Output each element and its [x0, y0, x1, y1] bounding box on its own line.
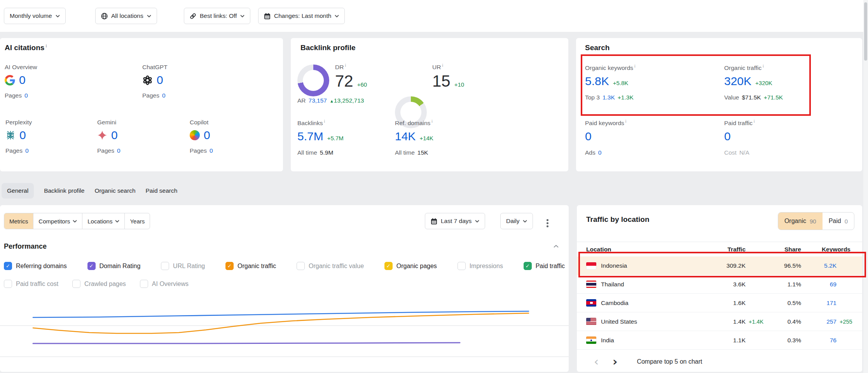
chevron-down-icon [240, 15, 245, 17]
toggle-paid[interactable]: Paid 0 [823, 213, 854, 230]
country-name: United States [601, 318, 637, 325]
locations-dropdown[interactable]: All locations [95, 8, 157, 24]
backlink-profile-title: Backlink profile [300, 44, 356, 52]
col-header-keywords[interactable]: Keywords [801, 246, 851, 253]
up-triangle-icon: ▲ [330, 99, 334, 103]
metric-label: ChatGPT [142, 64, 168, 71]
ar-value-link[interactable]: 73,157 [309, 97, 327, 104]
dr-donut-chart [297, 64, 329, 96]
checkbox-icon[interactable]: ✓ [524, 262, 532, 270]
chart-line-organic-traffic [33, 313, 529, 333]
checkbox-icon[interactable]: ✓ [4, 262, 12, 270]
traffic-by-location-title: Traffic by location [586, 215, 650, 224]
chart-view-segmented-control: Metrics Competitors Locations Years [4, 213, 150, 229]
dr-value: 72 [335, 73, 353, 89]
checkbox-icon[interactable] [140, 280, 148, 288]
metric-checkbox-paid-traffic-cost[interactable]: Paid traffic cost [4, 280, 58, 288]
checkbox-icon[interactable]: ✓ [384, 262, 393, 270]
segment-years[interactable]: Years [124, 213, 150, 229]
keywords-cell[interactable]: 76 [801, 337, 837, 344]
performance-heading: Performance [4, 242, 47, 251]
tab-backlink-profile[interactable]: Backlink profile [44, 187, 84, 194]
organic-keywords-value[interactable]: 5.8K [585, 75, 609, 87]
ref-domains-value[interactable]: 14K [395, 131, 416, 142]
copilot-icon [190, 130, 200, 140]
paid-traffic-metric: Paid traffic 0 Cost N/A [724, 119, 754, 156]
ads-count-link[interactable]: 0 [598, 149, 602, 156]
organic-traffic-delta: +320K [755, 80, 772, 86]
col-header-share[interactable]: Share [746, 246, 801, 253]
ur-delta: +10 [454, 81, 464, 88]
more-options-kebab-menu[interactable] [544, 216, 551, 230]
info-icon [754, 119, 754, 124]
metric-checkbox-organic-pages[interactable]: ✓Organic pages [384, 262, 437, 270]
checkbox-icon[interactable] [297, 262, 305, 270]
organic-traffic-value[interactable]: 320K [724, 75, 751, 87]
volume-dropdown[interactable]: Monthly volume [4, 8, 66, 24]
next-page-arrow[interactable]: › [613, 356, 617, 368]
pages-count-link[interactable]: 0 [25, 147, 29, 154]
globe-icon [101, 13, 108, 19]
page-scrollbar[interactable] [863, 0, 868, 373]
pages-count-link[interactable]: 0 [210, 147, 213, 154]
table-row-india[interactable]: India 1.1K 0.3% 76 [577, 331, 862, 350]
best-links-dropdown[interactable]: Best links: Off [184, 8, 250, 24]
tab-general[interactable]: General [2, 183, 34, 199]
segment-competitors[interactable]: Competitors [33, 213, 82, 229]
pages-count-link[interactable]: 0 [162, 92, 166, 99]
metric-checkbox-organic-traffic[interactable]: ✓Organic traffic [225, 262, 276, 270]
backlinks-value[interactable]: 5.7M [297, 131, 323, 142]
chevron-down-icon [73, 220, 77, 223]
ref-domains-metric: Ref. domains 14K +14K All time15K [395, 119, 433, 156]
metric-checkbox-paid-traffic[interactable]: ✓Paid traffic [524, 262, 565, 270]
changes-dropdown[interactable]: Changes: Last month [258, 8, 345, 24]
checkbox-icon[interactable] [161, 262, 169, 270]
cost-value: N/A [739, 149, 749, 156]
table-row-indonesia[interactable]: Indonesia 309.2K 96.5% 5.2K [577, 256, 862, 275]
tab-organic-search[interactable]: Organic search [94, 187, 135, 194]
tab-paid-search[interactable]: Paid search [146, 187, 178, 194]
top3-delta: +1.3K [618, 94, 634, 101]
keywords-cell[interactable]: 257+255 [801, 318, 837, 325]
checkbox-icon[interactable] [4, 280, 12, 288]
info-icon [431, 119, 432, 124]
table-row-thailand[interactable]: Thailand 3.6K 1.1% 69 [577, 275, 862, 294]
organic-traffic-metric: Organic traffic 320K +320K Value $71.5K … [724, 64, 783, 101]
scrollbar-thumb[interactable] [864, 2, 867, 61]
metric-checkbox-organic-traffic-value[interactable]: Organic traffic value [297, 262, 364, 270]
chevron-down-icon [56, 15, 60, 17]
col-header-location[interactable]: Location [586, 246, 690, 253]
compare-top5-label[interactable]: Compare top 5 on chart [637, 358, 702, 365]
keywords-cell[interactable]: 69 [801, 281, 837, 288]
metric-checkbox-domain-rating[interactable]: ✓Domain Rating [87, 262, 141, 270]
top3-value-link[interactable]: 1.3K [603, 94, 615, 101]
prev-page-arrow[interactable]: ‹ [594, 356, 599, 368]
toggle-organic[interactable]: Organic 90 [778, 213, 823, 230]
metric-checkbox-impressions[interactable]: Impressions [458, 262, 503, 270]
date-range-dropdown[interactable]: Last 7 days [425, 213, 485, 229]
metric-checkbox-crawled-pages[interactable]: Crawled pages [72, 280, 126, 288]
checkbox-icon[interactable]: ✓ [87, 262, 96, 270]
metric-checkbox-ai-overviews[interactable]: AI Overviews [140, 280, 189, 288]
metric-checkbox-referring-domains[interactable]: ✓Referring domains [4, 262, 67, 270]
collapse-chevron-up-icon[interactable] [554, 245, 559, 248]
share-cell: 1.1% [746, 281, 801, 288]
granularity-dropdown[interactable]: Daily [500, 213, 533, 229]
metric-checkbox-url-rating[interactable]: URL Rating [161, 262, 205, 270]
checkbox-icon[interactable]: ✓ [225, 262, 234, 270]
checkbox-icon[interactable] [458, 262, 466, 270]
traffic-value-delta: +71.5K [764, 94, 783, 101]
checkbox-icon[interactable] [72, 280, 80, 288]
segment-metrics[interactable]: Metrics [4, 213, 33, 229]
pages-count-link[interactable]: 0 [117, 147, 121, 154]
segment-locations[interactable]: Locations [82, 213, 124, 229]
keywords-cell[interactable]: 5.2K [801, 262, 837, 269]
changes-dropdown-label: Changes: Last month [274, 12, 331, 19]
dr-metric: DR 72 +60 [335, 63, 367, 89]
col-header-traffic[interactable]: Traffic [690, 246, 746, 253]
table-row-united-states[interactable]: United States 1.4K+1.4K 0.4% 257+255 [577, 312, 862, 331]
table-row-cambodia[interactable]: Cambodia 1.6K 0.5% 171 [577, 294, 862, 312]
ai-citations-card: AI citations AI Overview 0 Pages0 ChatGP… [0, 38, 283, 171]
pages-count-link[interactable]: 0 [24, 92, 28, 99]
keywords-cell[interactable]: 171 [801, 300, 837, 307]
